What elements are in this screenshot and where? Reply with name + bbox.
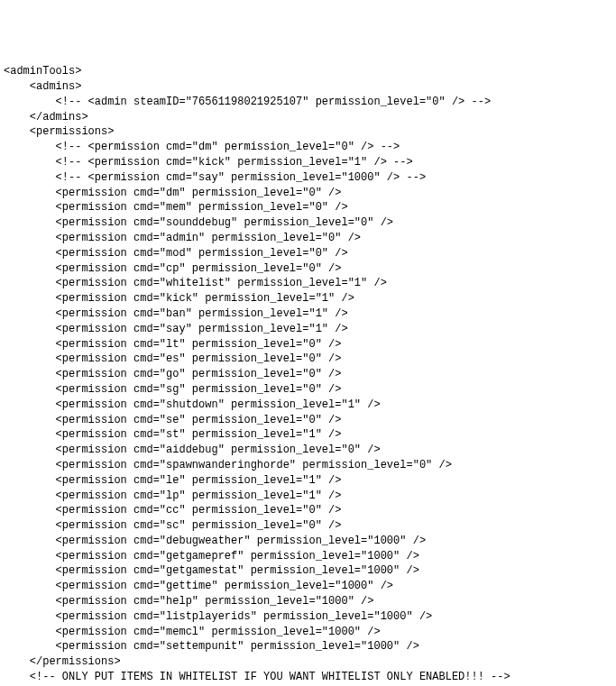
code-line: <!-- <permission cmd="say" permission_le… bbox=[4, 170, 612, 186]
code-line: <permission cmd="shutdown" permission_le… bbox=[4, 398, 612, 413]
code-line: <permission cmd="se" permission_level="0… bbox=[4, 413, 612, 428]
code-line: <permission cmd="getgamepref" permission… bbox=[4, 549, 612, 564]
code-line: <permission cmd="debugweather" permissio… bbox=[4, 534, 612, 549]
code-line: <permission cmd="sc" permission_level="0… bbox=[4, 518, 612, 534]
code-line: <permission cmd="gettime" permission_lev… bbox=[4, 579, 612, 594]
code-line: <permission cmd="mem" permission_level="… bbox=[4, 200, 612, 215]
code-line: <permission cmd="memcl" permission_level… bbox=[4, 625, 612, 640]
code-line: </permissions> bbox=[4, 654, 612, 670]
code-line: <permission cmd="es" permission_level="0… bbox=[4, 352, 612, 367]
code-line: <permission cmd="lt" permission_level="0… bbox=[4, 337, 612, 352]
code-line: <permission cmd="getgamestat" permission… bbox=[4, 563, 612, 579]
code-line: <!-- <permission cmd="kick" permission_l… bbox=[4, 155, 612, 170]
code-line: <permission cmd="lp" permission_level="1… bbox=[4, 489, 612, 504]
code-line: <permission cmd="spawnwanderinghorde" pe… bbox=[4, 458, 612, 473]
code-line: <permissions> bbox=[4, 124, 612, 140]
code-line: <!-- <permission cmd="dm" permission_lev… bbox=[4, 140, 612, 155]
code-line: <permission cmd="sg" permission_level="0… bbox=[4, 382, 612, 398]
code-line: <permission cmd="aiddebug" permission_le… bbox=[4, 443, 612, 458]
code-line: <permission cmd="kick" permission_level=… bbox=[4, 291, 612, 306]
code-line: <permission cmd="say" permission_level="… bbox=[4, 322, 612, 337]
code-line: <admins> bbox=[4, 79, 612, 95]
code-line: <adminTools> bbox=[4, 64, 612, 79]
code-line: <permission cmd="st" permission_level="1… bbox=[4, 427, 612, 443]
code-line: <permission cmd="ban" permission_level="… bbox=[4, 306, 612, 322]
code-line: <permission cmd="listplayerids" permissi… bbox=[4, 609, 612, 625]
code-line: <permission cmd="admin" permission_level… bbox=[4, 231, 612, 246]
code-line: <permission cmd="whitelist" permission_l… bbox=[4, 276, 612, 291]
code-line: <permission cmd="mod" permission_level="… bbox=[4, 246, 612, 261]
code-line: <permission cmd="help" permission_level=… bbox=[4, 594, 612, 609]
code-line: <permission cmd="le" permission_level="1… bbox=[4, 473, 612, 489]
code-line: <!-- <admin steamID="76561198021925107" … bbox=[4, 95, 612, 110]
code-line: <!-- ONLY PUT ITEMS IN WHITELIST IF YOU … bbox=[4, 670, 612, 685]
code-line: <permission cmd="cp" permission_level="0… bbox=[4, 261, 612, 277]
code-line: </admins> bbox=[4, 110, 612, 125]
code-line: <permission cmd="go" permission_level="0… bbox=[4, 367, 612, 382]
code-line: <permission cmd="settempunit" permission… bbox=[4, 639, 612, 654]
code-line: <permission cmd="dm" permission_level="0… bbox=[4, 186, 612, 201]
code-line: <permission cmd="cc" permission_level="0… bbox=[4, 503, 612, 518]
xml-code-block: <adminTools> <admins> <!-- <admin steamI… bbox=[4, 64, 612, 686]
code-line: <permission cmd="sounddebug" permission_… bbox=[4, 215, 612, 231]
